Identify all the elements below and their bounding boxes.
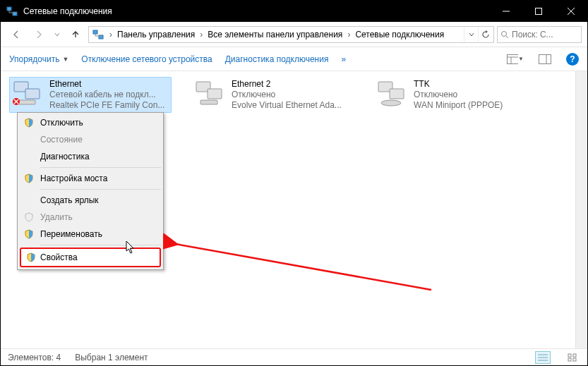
svg-line-9 [506,36,508,38]
nav-recent-button[interactable] [52,25,63,44]
svg-rect-23 [390,89,404,99]
window-title: Сетевые подключения [23,6,490,16]
cm-item-delete: Удалить [19,209,162,226]
shield-icon [23,117,35,128]
close-button[interactable] [555,1,587,22]
connection-item-ethernet2[interactable]: Ethernet 2 Отключено Evolve Virtual Ethe… [191,77,354,113]
breadcrumb-chevron-icon[interactable]: › [198,30,205,39]
app-icon [6,6,18,17]
shield-icon [23,212,35,223]
svg-rect-32 [573,358,576,361]
ethernet-icon [11,79,45,107]
connection-name: Ethernet 2 [232,79,342,90]
svg-rect-20 [208,89,222,99]
diagnose-connection-button[interactable]: Диагностика подключения [225,54,329,64]
view-details-button[interactable] [535,351,551,364]
svg-rect-3 [536,8,542,15]
breadcrumb-dropdown-button[interactable] [464,27,478,42]
titlebar: Сетевые подключения [1,1,587,22]
svg-point-8 [502,31,507,36]
view-options-button[interactable]: ▼ [507,51,524,68]
connection-device: Realtek PCIe FE Family Con... [49,100,164,111]
command-bar: Упорядочить▼ Отключение сетевого устройс… [1,47,587,71]
connection-device: Evolve Virtual Ethernet Ada... [232,100,342,111]
menu-separator [40,167,161,168]
breadcrumb-chevron-icon[interactable]: › [107,30,114,39]
svg-point-24 [381,100,401,106]
toolbar-overflow-button[interactable]: » [341,54,346,64]
svg-rect-29 [568,354,571,357]
nav-forward-button[interactable] [29,25,49,44]
shield-icon [23,173,35,184]
organize-menu[interactable]: Упорядочить▼ [9,54,68,64]
connection-status: Отключено [232,90,342,100]
preview-pane-button[interactable] [536,51,553,68]
svg-rect-21 [200,100,217,104]
view-large-icons-button[interactable] [565,351,580,364]
status-item-count: Элементов: 4 [8,353,61,362]
menu-separator [40,245,161,245]
shield-icon [23,228,35,240]
svg-rect-31 [568,358,571,361]
status-bar: Элементов: 4 Выбран 1 элемент [1,348,587,365]
svg-rect-17 [18,100,35,104]
address-bar: › Панель управления › Все элементы панел… [1,22,587,47]
cm-item-diagnose[interactable]: Диагностика [19,148,162,165]
disable-device-button[interactable]: Отключение сетевого устройства [81,54,212,64]
connection-name: Ethernet [49,79,164,90]
menu-separator [40,189,161,190]
nav-up-button[interactable] [66,25,85,44]
breadcrumb-chevron-icon[interactable]: › [345,30,352,39]
cm-item-properties[interactable]: Свойства [20,248,161,267]
breadcrumb-segment-control-panel[interactable]: Панель управления [114,27,198,42]
svg-rect-13 [539,54,551,63]
cm-item-create-shortcut[interactable]: Создать ярлык [19,192,162,209]
breadcrumb[interactable]: › Панель управления › Все элементы панел… [88,26,494,43]
breadcrumb-segment-network-connections[interactable]: Сетевые подключения [352,27,447,42]
scroll-up-button[interactable]: ▲ [576,71,587,83]
modem-icon [376,79,409,107]
status-selected-count: Выбран 1 элемент [75,353,148,362]
cm-item-rename[interactable]: Переименовать [19,226,162,243]
svg-rect-10 [508,54,519,63]
search-icon [500,30,509,39]
ethernet-icon [193,79,227,107]
svg-rect-30 [573,354,576,357]
connection-status: Сетевой кабель не подкл... [49,90,164,100]
svg-rect-6 [93,30,97,34]
scroll-down-button[interactable]: ▼ [576,337,587,348]
connection-item-ethernet[interactable]: Ethernet Сетевой кабель не подкл... Real… [9,77,172,113]
network-connections-icon [92,28,104,41]
context-menu: Отключить Состояние Диагностика Настройк… [17,112,164,270]
connection-name: TTK [414,79,503,90]
cm-item-disconnect[interactable]: Отключить [19,114,162,131]
cm-item-bridge[interactable]: Настройка моста [19,170,162,187]
search-box[interactable] [497,26,582,43]
shield-icon [25,252,37,263]
svg-rect-16 [25,89,40,99]
search-input[interactable] [512,30,568,39]
cm-item-status: Состояние [19,131,162,148]
svg-rect-0 [7,7,11,11]
nav-back-button[interactable] [6,25,26,44]
help-button[interactable]: ? [566,53,579,66]
breadcrumb-segment-all-items[interactable]: Все элементы панели управления [205,27,345,42]
maximize-button[interactable] [522,1,555,22]
connection-status: Отключено [414,90,503,100]
minimize-button[interactable] [490,1,522,22]
refresh-button[interactable] [478,27,492,42]
connection-item-ttk[interactable]: TTK Отключено WAN Miniport (PPPOE) [373,77,536,113]
connection-device: WAN Miniport (PPPOE) [414,100,503,111]
